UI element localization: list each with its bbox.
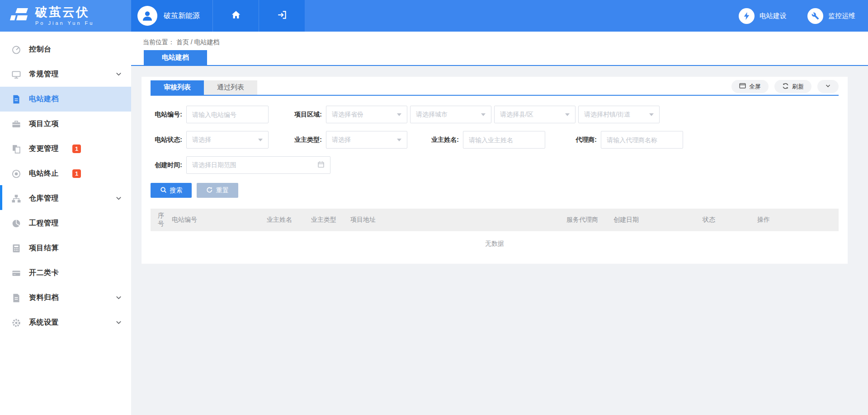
refresh-icon — [782, 83, 789, 91]
sidebar-item-label: 常规管理 — [29, 70, 59, 79]
owner-name-label: 业主姓名: — [427, 136, 459, 144]
breadcrumb-bar: 当前位置： 首页 / 电站建档 电站建档 — [131, 32, 868, 66]
logout-icon — [277, 9, 288, 22]
county-select-value: 请选择县/区 — [500, 111, 533, 119]
column-header: 状态 — [703, 216, 757, 224]
sidebar-item-label: 项目结算 — [29, 243, 59, 253]
date-range-input[interactable]: 请选择日期范围 — [186, 156, 330, 174]
caret-down-icon — [397, 113, 401, 118]
column-header: 业主类型 — [311, 216, 350, 224]
table-empty-state: 无数据 — [151, 231, 839, 256]
city-select-value: 请选择城市 — [416, 111, 448, 119]
logout-button[interactable] — [259, 0, 305, 32]
header-user-section: 破茧新能源 — [131, 0, 305, 32]
sidebar-item-label: 电站建档 — [29, 94, 59, 104]
file-icon — [11, 94, 21, 104]
chevron-down-icon — [825, 83, 831, 90]
avatar[interactable] — [137, 6, 157, 26]
county-select[interactable]: 请选择县/区 — [494, 106, 576, 123]
home-icon — [231, 9, 241, 22]
logo-title: 破茧云伏 — [35, 6, 94, 19]
status-select[interactable]: 请选择 — [186, 131, 269, 149]
table-header: 序号 电站编号 业主姓名 业主类型 项目地址 服务代理商 创建日期 状态 操作 — [151, 209, 839, 231]
sidebar-scrollbar-thumb[interactable] — [0, 185, 2, 210]
user-menu[interactable]: 破茧新能源 — [131, 0, 212, 32]
caret-down-icon — [258, 139, 263, 144]
refresh-label: 刷新 — [792, 83, 804, 91]
province-select-value: 请选择省份 — [332, 111, 363, 119]
chevron-down-icon — [115, 319, 122, 326]
copy-icon — [11, 144, 21, 154]
search-button[interactable]: 搜索 — [151, 183, 192, 198]
sidebar-item-system-settings[interactable]: 系统设置 — [0, 310, 131, 335]
sidebar-item-project-initiation[interactable]: 项目立项 1 — [0, 112, 131, 136]
sidebar-item-label: 资料归档 — [29, 293, 59, 303]
sidebar-item-data-archive[interactable]: 资料归档 — [0, 285, 131, 310]
panel-tabs: 审核列表 通过列表 全屏 — [151, 77, 839, 96]
sitemap-icon — [11, 194, 21, 204]
sidebar-item-label: 电站终止 — [29, 169, 59, 178]
owner-name-input[interactable] — [463, 131, 545, 149]
agent-label: 代理商: — [565, 136, 597, 144]
owner-type-label: 业主类型: — [290, 136, 322, 144]
dashboard-icon — [11, 45, 21, 55]
nav-station-build[interactable]: 电站建设 — [739, 8, 787, 24]
gear-icon — [11, 318, 21, 328]
chevron-down-icon — [115, 195, 122, 202]
fullscreen-icon — [739, 83, 746, 90]
town-select[interactable]: 请选择村镇/街道 — [578, 106, 660, 123]
monitor-icon — [11, 70, 21, 79]
sidebar-item-general-mgmt[interactable]: 常规管理 — [0, 62, 131, 87]
app-logo: 破茧云伏 Po Jian Yun Fu — [0, 0, 131, 32]
status-select-value: 请选择 — [192, 136, 211, 144]
caret-down-icon — [649, 113, 654, 118]
credit-card-icon — [11, 268, 21, 278]
date-range-value: 请选择日期范围 — [192, 161, 236, 169]
agent-input[interactable] — [601, 131, 683, 149]
home-button[interactable] — [212, 0, 259, 32]
logo-subtitle: Po Jian Yun Fu — [35, 20, 94, 26]
search-icon — [160, 187, 167, 195]
owner-type-select[interactable]: 请选择 — [326, 131, 407, 149]
sidebar-item-change-mgmt[interactable]: 变更管理 1 — [0, 136, 131, 161]
sidebar-item-engineering-mgmt[interactable]: 工程管理 — [0, 211, 131, 236]
caret-down-icon — [565, 113, 570, 118]
notification-badge: 1 — [72, 145, 81, 153]
sidebar-item-open-card[interactable]: 开二类卡 — [0, 261, 131, 285]
record-icon — [11, 169, 21, 179]
briefcase-icon — [11, 119, 21, 129]
nav-monitor-ops[interactable]: 监控运维 — [807, 8, 855, 24]
sidebar-item-warehouse-mgmt[interactable]: 仓库管理 — [0, 186, 131, 211]
tab-passed-list[interactable]: 通过列表 — [204, 80, 257, 95]
refresh-button[interactable]: 刷新 — [774, 80, 811, 93]
pie-chart-icon — [11, 219, 21, 228]
sidebar-item-label: 仓库管理 — [29, 194, 59, 203]
tab-review-list[interactable]: 审核列表 — [151, 80, 204, 95]
sidebar-item-dashboard[interactable]: 控制台 — [0, 37, 131, 62]
station-no-input[interactable] — [186, 106, 269, 123]
create-time-label: 创建时间: — [151, 161, 182, 169]
column-header: 创建日期 — [613, 216, 703, 224]
fullscreen-button[interactable]: 全屏 — [731, 80, 769, 93]
page-tab-station-archive[interactable]: 电站建档 — [144, 50, 207, 65]
sidebar-item-label: 控制台 — [29, 45, 52, 54]
collapse-button[interactable] — [817, 80, 839, 93]
reset-label: 重置 — [216, 187, 229, 195]
sidebar-item-label: 系统设置 — [29, 318, 59, 327]
notification-badge: 1 — [72, 169, 81, 178]
logo-icon — [9, 6, 30, 25]
province-select[interactable]: 请选择省份 — [326, 106, 407, 123]
reset-icon — [206, 187, 213, 195]
document-icon — [11, 293, 21, 303]
reset-button[interactable]: 重置 — [197, 183, 238, 198]
nav-monitor-ops-label: 监控运维 — [828, 12, 855, 20]
sidebar: 控制台 常规管理 电站建档 — [0, 32, 131, 415]
status-label: 电站状态: — [151, 136, 182, 144]
sidebar-item-station-archive[interactable]: 电站建档 — [0, 87, 131, 112]
search-label: 搜索 — [170, 187, 183, 195]
town-select-value: 请选择村镇/街道 — [584, 111, 630, 119]
sidebar-item-station-termination[interactable]: 电站终止 1 — [0, 161, 131, 186]
sidebar-item-label: 开二类卡 — [29, 268, 59, 278]
sidebar-item-project-settlement[interactable]: 项目结算 — [0, 236, 131, 261]
city-select[interactable]: 请选择城市 — [410, 106, 491, 123]
